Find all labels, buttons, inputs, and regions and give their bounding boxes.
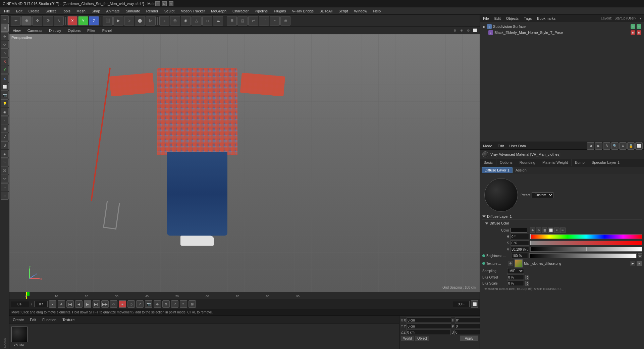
menu-tools[interactable]: Tools <box>59 8 73 14</box>
tl-expand[interactable]: ⬜ <box>471 300 478 308</box>
tl-more[interactable]: ≡ <box>180 300 187 308</box>
current-frame-field[interactable] <box>11 301 29 307</box>
tool-light[interactable]: 💡 <box>1 99 9 107</box>
tb-bend[interactable]: ⌒ <box>259 16 269 26</box>
texture-toggle[interactable]: ■ <box>637 261 642 266</box>
menu-script[interactable]: Script <box>336 8 351 14</box>
tb-move[interactable]: ✛ <box>32 16 42 26</box>
color-tool-6[interactable]: ✏ <box>560 228 566 233</box>
nav-gear[interactable]: ⚙ <box>619 142 627 150</box>
tb-select[interactable]: ⊕ <box>21 16 32 26</box>
subdivision-vis-2[interactable]: ✓ <box>637 24 641 29</box>
tool-z[interactable]: Z <box>1 74 9 82</box>
sp-menu-edit[interactable]: Edit <box>493 16 502 21</box>
scene-obj-man[interactable]: L Black_Elderly_Man_Home_Style_T_Pose ■ … <box>482 30 643 36</box>
mat-tab-specular[interactable]: Specular Layer 1 <box>588 159 623 166</box>
vp-ctrl-1[interactable]: ⊕ <box>452 28 458 33</box>
tb-render[interactable]: ▶ <box>113 16 123 26</box>
nav-search[interactable]: 🔍 <box>611 142 619 150</box>
tool-y[interactable]: Y <box>1 66 9 74</box>
tl-loop[interactable]: ⟳ <box>110 300 117 308</box>
world-button[interactable]: World <box>401 336 414 341</box>
scene-obj-subdivision[interactable]: ▶ S Subdivision Surface ✓ ✓ <box>482 23 643 30</box>
menu-animate[interactable]: Animate <box>104 8 122 14</box>
menu-help[interactable]: Help <box>371 8 384 14</box>
color-tool-4[interactable]: ⬜ <box>548 228 553 233</box>
tl-help[interactable]: ? <box>136 300 144 308</box>
tb-torus[interactable]: ◉ <box>181 16 191 26</box>
menu-mesh[interactable]: Mesh <box>74 8 88 14</box>
close-button[interactable]: ✕ <box>169 1 173 6</box>
tool-rotate[interactable]: ⟳ <box>1 41 9 49</box>
mode-item-user-data[interactable]: User Data <box>508 143 528 149</box>
menu-window[interactable]: Window <box>351 8 370 14</box>
texture-arrow[interactable]: ▶ <box>630 261 635 266</box>
tb-undo[interactable]: ↩ <box>11 16 21 26</box>
sampling-select[interactable]: MIP None SAT <box>507 268 524 274</box>
tl-record[interactable]: ● <box>49 300 56 308</box>
tl-step-forward[interactable]: ▶▶ <box>101 300 109 308</box>
vp-ctrl-4[interactable]: ⬜ <box>472 28 478 33</box>
tool-s[interactable]: S <box>1 141 9 149</box>
object-button[interactable]: Object <box>415 336 429 341</box>
vp-ctrl-2[interactable]: ⊗ <box>459 28 464 33</box>
layout-dropdown[interactable]: ▾ <box>638 16 643 20</box>
menu-mograph[interactable]: MoGraph <box>208 8 229 14</box>
vp-ctrl-3[interactable]: ⊙ <box>466 28 471 33</box>
tool-brush1[interactable]: 〰 <box>1 158 9 166</box>
mat-menu-function[interactable]: Function <box>40 317 58 322</box>
tl-prev-frame[interactable]: ◀ <box>75 300 83 308</box>
tb-scale[interactable]: ⤡ <box>54 16 64 26</box>
menu-motion-tracker[interactable]: Motion Tracker <box>178 8 208 14</box>
sp-menu-tags[interactable]: Tags <box>523 16 533 21</box>
tb-circle[interactable]: ○ <box>159 16 169 26</box>
menu-select[interactable]: Select <box>43 8 59 14</box>
tool-undo[interactable]: ↩ <box>1 15 9 23</box>
menu-render[interactable]: Render <box>144 8 161 14</box>
tl-morph[interactable]: P <box>171 300 178 308</box>
tb-anim-play[interactable]: ▷ <box>146 16 156 26</box>
nav-forward[interactable]: ▶ <box>595 142 602 150</box>
apply-button[interactable]: Apply <box>460 336 478 341</box>
tb-landscape[interactable]: ⛰ <box>213 16 223 26</box>
tool-object[interactable]: ◉ <box>1 108 9 116</box>
tb-render-view[interactable]: ▷ <box>124 16 134 26</box>
mode-item-edit[interactable]: Edit <box>496 143 505 149</box>
menu-snap[interactable]: Snap <box>89 8 103 14</box>
tool-spline[interactable]: ~ <box>1 183 9 191</box>
vp-menu-view[interactable]: View <box>11 28 22 33</box>
tb-spline[interactable]: ~ <box>270 16 280 26</box>
tl-motion[interactable]: ⊕ <box>154 300 161 308</box>
menu-simulate[interactable]: Simulate <box>123 8 143 14</box>
color-swatch[interactable] <box>511 228 527 233</box>
nav-back[interactable]: ◀ <box>587 142 594 150</box>
blur-offset-up[interactable]: ▲ <box>525 275 529 277</box>
mat-menu-edit[interactable]: Edit <box>28 317 38 322</box>
tool-box[interactable]: ⬜ <box>1 83 9 91</box>
tool-poly[interactable]: ▦ <box>1 124 9 133</box>
tool-brush2[interactable]: ⌘ <box>1 166 9 174</box>
menu-create[interactable]: Create <box>26 8 42 14</box>
viewport-canvas[interactable]: Perspective <box>9 34 480 292</box>
tb-cone[interactable]: △ <box>192 16 202 26</box>
minimize-button[interactable]: − <box>155 1 160 6</box>
tool-material[interactable]: ◈ <box>1 150 9 158</box>
v-slider[interactable] <box>530 247 642 252</box>
tb-hair[interactable]: ≋ <box>280 16 290 26</box>
material-item-vr-man[interactable]: VR_Man <box>11 326 28 347</box>
color-tool-5[interactable]: ≡ <box>554 228 559 233</box>
tl-next-frame[interactable]: ▶| <box>93 300 100 308</box>
tl-stop[interactable]: ■ <box>119 300 126 308</box>
s-slider[interactable] <box>530 241 642 245</box>
tb-z-axis[interactable]: Z <box>89 16 99 26</box>
tool-camera[interactable]: 📷 <box>1 91 9 99</box>
mat-menu-texture[interactable]: Texture <box>60 317 76 322</box>
brightness-slider[interactable] <box>529 253 637 258</box>
s-field[interactable] <box>511 240 529 246</box>
tb-sphere[interactable]: ◎ <box>170 16 180 26</box>
vp-menu-options[interactable]: Options <box>66 28 82 33</box>
color-tool-2[interactable]: ⊙ <box>536 228 541 233</box>
tl-step-back[interactable]: |◀ <box>66 300 74 308</box>
sp-menu-objects[interactable]: Objects <box>505 16 520 21</box>
color-tool-3[interactable]: ▦ <box>542 228 547 233</box>
